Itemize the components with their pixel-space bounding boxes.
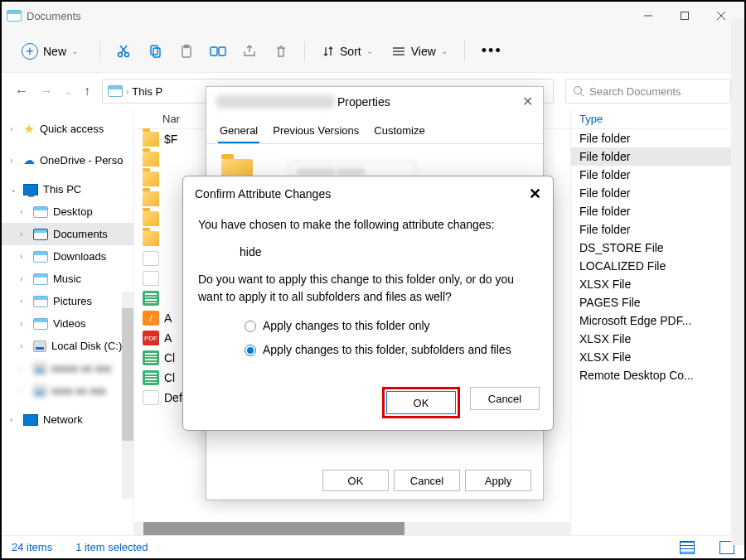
sort-label: Sort: [340, 45, 361, 58]
sidebar-item-this-pc[interactable]: ⌄This PC: [2, 178, 133, 200]
svg-point-5: [125, 52, 129, 56]
new-label: New: [43, 45, 66, 58]
confirm-cancel-button[interactable]: Cancel: [470, 387, 540, 410]
window-titlebar: Documents: [2, 2, 744, 30]
sidebar-item-local-disk[interactable]: ›Local Disk (C:): [2, 335, 133, 357]
folder-icon: [33, 206, 48, 218]
type-cell: LOCALIZED File: [571, 257, 744, 275]
share-icon[interactable]: [238, 40, 261, 63]
svg-line-7: [120, 46, 126, 53]
back-button[interactable]: ←: [15, 84, 28, 99]
type-cell: DS_STORE File: [571, 239, 744, 257]
minimize-button[interactable]: [630, 3, 666, 28]
radio-all-subfolders[interactable]: Apply changes to this folder, subfolders…: [198, 338, 538, 362]
network-icon: [23, 414, 38, 426]
confirm-ok-button[interactable]: OK: [386, 391, 456, 414]
tab-general[interactable]: General: [218, 119, 259, 143]
radio-folder-only[interactable]: Apply changes to this folder only: [198, 314, 538, 338]
search-icon: [573, 85, 584, 97]
svg-line-18: [581, 94, 584, 97]
confirm-title-text: Confirm Attribute Changes: [195, 187, 331, 200]
up-button[interactable]: ↑: [84, 84, 90, 99]
file-icon: [143, 251, 159, 266]
folder-icon: [33, 251, 48, 263]
svg-rect-8: [151, 46, 157, 55]
new-button[interactable]: + New ⌄: [12, 38, 88, 65]
folder-icon: [33, 318, 48, 330]
disk-icon: [33, 340, 46, 352]
chevron-right-icon: ›: [126, 87, 128, 96]
sidebar-item-hidden[interactable]: ›xxxxx xx xxx: [2, 357, 133, 379]
close-icon[interactable]: ✕: [522, 94, 533, 109]
svg-point-4: [119, 52, 123, 56]
type-cell: Remote Desktop Co...: [571, 366, 744, 384]
sidebar-item-documents[interactable]: ›Documents: [2, 223, 133, 245]
sidebar-item-desktop[interactable]: ›Desktop: [2, 200, 133, 223]
file-icon: [143, 390, 159, 405]
type-cell: File folder: [571, 202, 744, 220]
sidebar: ›★Quick access ›☁OneDrive - Perso ⌄This …: [2, 109, 134, 535]
tab-previous-versions[interactable]: Previous Versions: [271, 119, 361, 143]
file-icon: [143, 271, 159, 286]
sidebar-item-hidden[interactable]: ›xxxx xx xxx: [2, 379, 133, 402]
properties-titlebar[interactable]: xxxxxxxx xxxxxx Properties ✕: [206, 87, 543, 116]
window-title: Documents: [27, 10, 81, 22]
horizontal-scrollbar[interactable]: [134, 522, 570, 535]
type-column: Type File folder File folder File folder…: [570, 109, 744, 535]
type-cell: File folder: [571, 166, 744, 184]
sidebar-item-videos[interactable]: ›Videos: [2, 312, 133, 335]
folder-icon: [33, 296, 48, 307]
details-view-icon[interactable]: [680, 541, 695, 554]
star-icon: ★: [23, 121, 35, 137]
sidebar-item-music[interactable]: ›Music: [2, 268, 133, 290]
properties-ok-button[interactable]: OK: [322, 470, 389, 491]
sidebar-item-quick-access[interactable]: ›★Quick access: [2, 116, 133, 142]
ok-highlight: OK: [382, 387, 460, 418]
svg-line-6: [121, 46, 127, 53]
pc-icon: [23, 184, 38, 196]
view-button[interactable]: View ⌄: [386, 45, 453, 58]
chevron-down-icon: ⌄: [441, 46, 448, 56]
xlsx-icon: [143, 350, 159, 365]
maximize-button[interactable]: [666, 3, 703, 28]
close-icon[interactable]: ✕: [529, 185, 541, 203]
svg-rect-12: [211, 47, 217, 56]
type-cell: File folder: [571, 220, 744, 239]
folder-icon: [143, 132, 159, 147]
recent-chevron[interactable]: ⌄: [65, 86, 72, 97]
confirm-message-2: Do you want to apply this change to this…: [198, 271, 538, 306]
sidebar-scrollbar[interactable]: [122, 292, 133, 499]
confirm-titlebar[interactable]: Confirm Attribute Changes ✕: [183, 176, 553, 211]
confirm-dialog: Confirm Attribute Changes ✕ You have cho…: [182, 176, 554, 431]
cloud-icon: ☁: [23, 153, 35, 167]
plus-icon: +: [22, 43, 38, 60]
type-cell: Microsoft Edge PDF...: [571, 311, 744, 330]
forward-button[interactable]: →: [40, 84, 53, 99]
paste-icon[interactable]: [175, 40, 198, 63]
properties-apply-button[interactable]: Apply: [465, 470, 531, 491]
copy-icon[interactable]: [143, 40, 167, 63]
svg-rect-1: [681, 12, 689, 20]
type-cell: PAGES File: [571, 293, 744, 311]
folder-icon: [143, 211, 159, 226]
column-header-type[interactable]: Type: [571, 109, 744, 129]
properties-cancel-button[interactable]: Cancel: [394, 470, 460, 491]
sort-button[interactable]: Sort ⌄: [317, 45, 378, 58]
type-cell: File folder: [571, 184, 744, 202]
breadcrumb-segment: This P: [132, 85, 162, 98]
sidebar-item-pictures[interactable]: ›Pictures: [2, 290, 133, 312]
cut-icon[interactable]: [112, 40, 135, 63]
tab-customize[interactable]: Customize: [372, 119, 426, 143]
delete-icon[interactable]: [269, 40, 293, 63]
search-input[interactable]: Search Documents: [565, 79, 731, 104]
sidebar-item-onedrive[interactable]: ›☁OneDrive - Perso: [2, 148, 133, 171]
type-cell: XLSX File: [571, 330, 744, 348]
sidebar-item-downloads[interactable]: ›Downloads: [2, 245, 133, 268]
sidebar-item-network[interactable]: ›Network: [2, 408, 133, 431]
properties-tabs: General Previous Versions Customize: [206, 116, 543, 144]
vertical-scrollbar[interactable]: [731, 109, 744, 535]
folder-icon: [143, 191, 159, 206]
rename-icon[interactable]: [206, 40, 230, 63]
search-placeholder: Search Documents: [589, 85, 681, 98]
more-button[interactable]: •••: [477, 42, 507, 60]
